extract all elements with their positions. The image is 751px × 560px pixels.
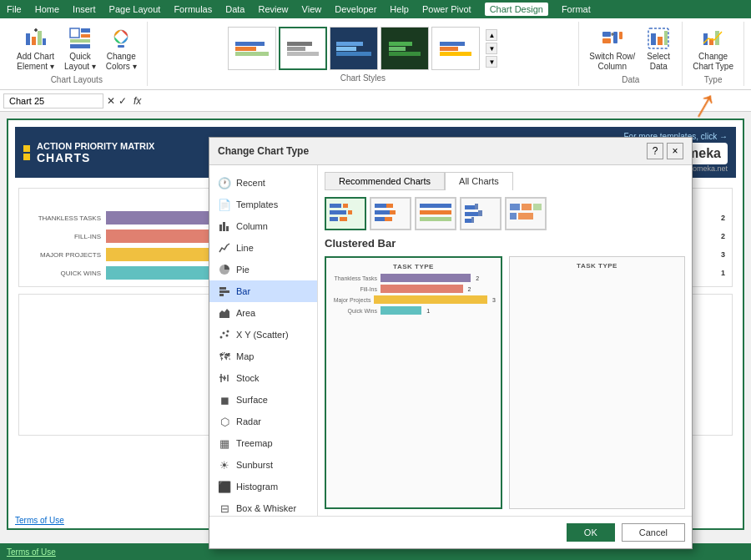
menu-power-pivot[interactable]: Power Pivot — [422, 4, 471, 14]
svg-rect-36 — [219, 287, 226, 290]
add-chart-element-button[interactable]: Add ChartElement ▾ — [13, 23, 58, 73]
chart-style-5[interactable] — [431, 27, 480, 70]
sidebar-area[interactable]: Area — [209, 302, 317, 324]
menu-bar: File Home Insert Page Layout Formulas Da… — [0, 0, 751, 18]
dialog-cancel-button[interactable]: Cancel — [622, 523, 685, 542]
sidebar-treemap[interactable]: ▦ Treemap — [209, 432, 317, 454]
menu-view[interactable]: View — [302, 4, 322, 14]
chart-style-1[interactable] — [228, 27, 276, 70]
sidebar-sunburst[interactable]: ☀ Sunburst — [209, 454, 317, 476]
svg-point-43 — [227, 330, 229, 333]
stock-icon — [218, 371, 231, 385]
sidebar-templates[interactable]: 📄 Templates — [209, 194, 317, 215]
sidebar-bar[interactable]: Bar — [209, 280, 317, 302]
dialog-title: Change Chart Type — [218, 145, 309, 157]
chart-thumb-3d-bar[interactable] — [460, 197, 502, 230]
preview-fill-quickwins — [381, 306, 421, 315]
svg-rect-59 — [390, 210, 396, 214]
fx-button[interactable]: fx — [130, 95, 144, 107]
sidebar-histogram[interactable]: ⬛ Histogram — [209, 476, 317, 497]
sidebar-map[interactable]: 🗺 Map — [209, 346, 317, 367]
preview-area: TASK TYPE Thankless Tasks 2 Fill-Ins 2 — [325, 256, 685, 509]
dialog-close-button[interactable]: × — [667, 143, 683, 159]
area-icon — [218, 306, 231, 320]
chart-style-2[interactable] — [279, 27, 327, 70]
menu-insert[interactable]: Insert — [73, 4, 96, 14]
radar-icon: ⬡ — [218, 415, 231, 428]
chart-thumb-100-stacked[interactable] — [415, 197, 456, 230]
chart-style-4[interactable] — [381, 27, 429, 70]
svg-rect-64 — [420, 217, 451, 221]
sidebar-box-whisker[interactable]: ⊟ Box & Whisker — [209, 497, 317, 516]
quick-layout-button[interactable]: QuickLayout ▾ — [61, 23, 99, 73]
line-icon — [218, 241, 231, 255]
menu-review[interactable]: Review — [258, 4, 288, 14]
preview-fill-major — [374, 295, 487, 304]
dialog-title-bar: Change Chart Type ? × — [209, 138, 692, 165]
recent-icon: 🕐 — [218, 176, 231, 189]
surface-icon: ◼ — [218, 393, 231, 406]
svg-rect-53 — [348, 210, 352, 214]
ribbon-group-chart-layouts: Add ChartElement ▾ QuickLayout ▾ ChangeC… — [7, 22, 148, 86]
sidebar-pie[interactable]: Pie — [209, 259, 317, 280]
status-terms-link[interactable]: Terms of Use — [7, 547, 56, 557]
preview-bars-2 — [515, 273, 679, 348]
menu-developer[interactable]: Developer — [335, 4, 376, 14]
treemap-icon: ▦ — [218, 436, 231, 450]
tab-all-charts[interactable]: All Charts — [445, 172, 513, 190]
select-data-button[interactable]: SelectData — [642, 23, 675, 73]
menu-chart-design[interactable]: Chart Design — [485, 3, 548, 16]
switch-row-column-button[interactable]: Switch Row/Column — [586, 23, 638, 73]
templates-icon: 📄 — [218, 198, 231, 211]
sidebar-scatter[interactable]: X Y (Scatter) — [209, 324, 317, 346]
chart-thumb-stacked-bar[interactable] — [370, 197, 411, 230]
menu-home[interactable]: Home — [35, 4, 59, 14]
style-scroll-up[interactable]: ▲ — [486, 29, 497, 41]
name-box[interactable] — [3, 93, 103, 108]
svg-rect-7 — [81, 28, 90, 33]
terms-of-use-link[interactable]: Terms of Use — [15, 516, 64, 525]
switch-row-column-label: Switch Row/Column — [589, 52, 635, 72]
svg-rect-54 — [330, 217, 338, 221]
sidebar-surface[interactable]: ◼ Surface — [209, 389, 317, 411]
sidebar-column[interactable]: Column — [209, 215, 317, 237]
preview-bar-major: Major Projects 3 — [331, 295, 496, 304]
chart-subtitle: CHARTS — [37, 151, 154, 164]
menu-data[interactable]: Data — [225, 4, 244, 14]
svg-rect-75 — [518, 213, 533, 219]
map-icon: 🗺 — [218, 350, 231, 363]
chart-thumb-variant-bar[interactable] — [505, 197, 547, 230]
svg-rect-6 — [70, 28, 79, 38]
dialog-sidebar: 🕐 Recent 📄 Templates Column — [209, 165, 318, 516]
svg-rect-67 — [465, 212, 478, 216]
style-scroll-down[interactable]: ▼ — [486, 43, 497, 54]
chart-layouts-group-label: Chart Layouts — [51, 73, 103, 84]
svg-rect-56 — [375, 204, 386, 208]
svg-rect-68 — [478, 210, 482, 216]
sidebar-stock[interactable]: Stock — [209, 367, 317, 389]
menu-formulas[interactable]: Formulas — [174, 4, 212, 14]
svg-rect-51 — [343, 204, 348, 208]
sidebar-line[interactable]: Line — [209, 237, 317, 259]
preview-box-2[interactable]: TASK TYPE — [509, 256, 685, 509]
menu-format[interactable]: Format — [562, 4, 591, 14]
svg-rect-50 — [330, 204, 341, 208]
dialog-ok-button[interactable]: OK — [567, 523, 615, 542]
menu-help[interactable]: Help — [390, 4, 409, 14]
change-chart-type-button[interactable]: ChangeChart Type — [689, 23, 737, 73]
cancel-formula-icon[interactable]: ✕ — [107, 95, 115, 107]
select-data-label: SelectData — [647, 52, 670, 72]
tab-recommended-charts[interactable]: Recommended Charts — [325, 172, 445, 190]
sunburst-icon: ☀ — [218, 458, 231, 472]
sidebar-recent[interactable]: 🕐 Recent — [209, 172, 317, 194]
preview-box-1[interactable]: TASK TYPE Thankless Tasks 2 Fill-Ins 2 — [325, 256, 502, 509]
enter-formula-icon[interactable]: ✓ — [118, 95, 127, 107]
menu-page-layout[interactable]: Page Layout — [109, 4, 161, 14]
menu-file[interactable]: File — [7, 4, 22, 14]
chart-style-3[interactable] — [330, 27, 378, 70]
dialog-help-button[interactable]: ? — [647, 143, 663, 159]
chart-thumb-clustered-bar[interactable] — [325, 197, 366, 230]
style-scroll-expand[interactable]: ▼ — [486, 56, 497, 68]
sidebar-radar[interactable]: ⬡ Radar — [209, 411, 317, 432]
change-colors-button[interactable]: ChangeColors ▾ — [103, 23, 140, 73]
